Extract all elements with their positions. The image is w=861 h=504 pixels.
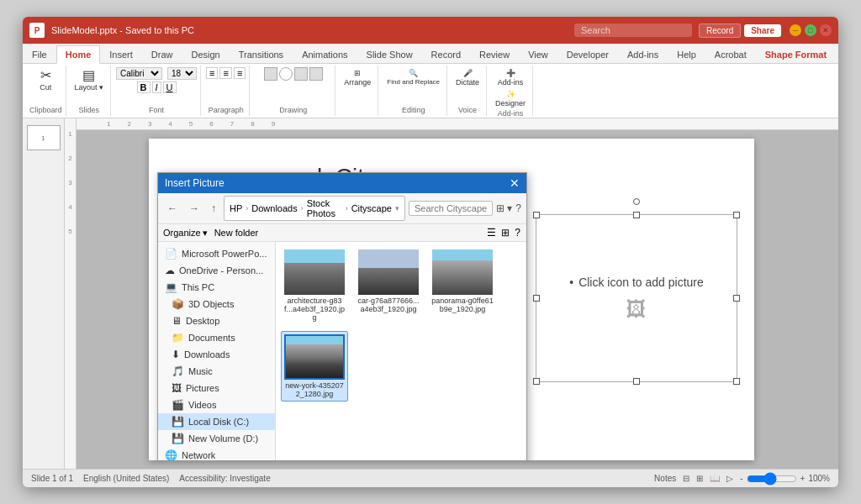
file-item-car[interactable]: car-g76a877666...a4eb3f_1920.jpg	[355, 247, 422, 324]
title-search-input[interactable]	[574, 24, 692, 37]
align-left-button[interactable]: ≡	[206, 67, 218, 79]
tab-acrobat[interactable]: Acrobat	[705, 45, 756, 63]
nav-item-network[interactable]: 🌐 Network	[158, 447, 275, 460]
dialog-view-button[interactable]: ⊞ ▾	[496, 202, 512, 214]
tab-review[interactable]: Review	[470, 45, 519, 63]
italic-button[interactable]: I	[152, 81, 161, 93]
tab-shapeformat[interactable]: Shape Format	[756, 45, 836, 63]
ribbon-group-paragraph: ≡ ≡ ≡ Paragraph	[203, 66, 250, 116]
minimize-button[interactable]: ─	[790, 24, 801, 36]
nav-item-pictures[interactable]: 🖼 Pictures	[158, 380, 275, 396]
view-reading-button[interactable]: 📖	[710, 474, 720, 483]
align-center-button[interactable]: ≡	[219, 67, 231, 79]
shape-arrow[interactable]	[309, 67, 323, 81]
zoom-slider[interactable]	[747, 472, 797, 486]
slide-thumb-1[interactable]: 1	[27, 125, 61, 150]
ribbon-group-drawing: Drawing	[251, 66, 335, 116]
nav-item-3dobjects[interactable]: 📦 3D Objects	[158, 296, 275, 312]
tab-help[interactable]: Help	[668, 45, 705, 63]
align-right-button[interactable]: ≡	[234, 67, 246, 79]
new-folder-button[interactable]: New folder	[214, 228, 259, 238]
path-cityscape[interactable]: Cityscape	[351, 203, 392, 213]
tab-design[interactable]: Design	[182, 45, 229, 63]
nav-item-localc[interactable]: 💾 Local Disk (C:)	[158, 413, 275, 430]
window-title: SlideModel.pptx - Saved to this PC	[51, 25, 574, 35]
path-hp[interactable]: HP	[230, 203, 242, 213]
btn-cut[interactable]: ✂ Cut	[36, 67, 55, 93]
shape-rect[interactable]	[264, 67, 277, 81]
car-thumbnail	[358, 249, 419, 295]
ribbon-group-clipboard: ✂ Cut Clipboard	[26, 66, 66, 116]
dialog-help-button[interactable]: ?	[515, 202, 521, 214]
notes-button[interactable]: Notes	[654, 474, 676, 483]
zoom-level[interactable]: 100%	[808, 474, 830, 483]
nav-item-powerpivot[interactable]: 📄 Microsoft PowerPo...	[158, 245, 275, 262]
nav-item-music[interactable]: 🎵 Music	[158, 363, 275, 380]
btn-layout[interactable]: ▤ Layout ▾	[71, 67, 108, 93]
organize-button[interactable]: Organize ▾	[163, 228, 208, 239]
tab-slideshow[interactable]: Slide Show	[357, 45, 422, 63]
tab-view[interactable]: View	[519, 45, 557, 63]
zoom-in-button[interactable]: +	[800, 474, 806, 483]
dialog-path: HP › Downloads › Stock Photos › Cityscap…	[224, 196, 405, 221]
btn-find-replace[interactable]: 🔍 Find and Replace	[383, 67, 443, 87]
file-item-newyork[interactable]: new-york-4352072_1280.jpg	[281, 331, 348, 402]
view-grid-button[interactable]: ⊞	[500, 226, 510, 239]
nav-item-documents-label: Documents	[188, 333, 235, 343]
zoom-out-button[interactable]: -	[740, 474, 742, 483]
btn-designer[interactable]: ✨ Designer	[492, 88, 529, 109]
close-button[interactable]: ✕	[820, 24, 832, 36]
panorama-thumbnail	[432, 249, 493, 295]
path-stock[interactable]: Stock Photos	[307, 198, 342, 218]
path-downloads[interactable]: Downloads	[251, 203, 297, 213]
btn-arrange[interactable]: ⊞ Arrange	[341, 67, 374, 88]
documents-icon: 📁	[172, 332, 184, 344]
underline-button[interactable]: U	[163, 81, 177, 93]
tab-insert[interactable]: Insert	[100, 45, 142, 63]
tab-draw[interactable]: Draw	[142, 45, 182, 63]
nav-item-powerpivot-label: Microsoft PowerPo...	[182, 249, 267, 259]
btn-addins[interactable]: ➕ Add-ins	[494, 67, 527, 88]
view-list-button[interactable]: ☰	[486, 226, 497, 239]
bold-button[interactable]: B	[137, 81, 151, 93]
maximize-button[interactable]: □	[805, 24, 816, 36]
dialog-up-button[interactable]: ↑	[207, 201, 220, 216]
shape-ellipse[interactable]	[279, 67, 293, 81]
slide-panel: 1	[23, 118, 65, 469]
dialog-search-input[interactable]	[409, 201, 493, 216]
nav-item-desktop[interactable]: 🖥 Desktop	[158, 312, 275, 329]
window-controls: ─ □ ✕	[790, 24, 832, 36]
record-button[interactable]: Record	[699, 24, 741, 38]
file-item-panorama[interactable]: panorama-g0ffe61b9e_1920.jpg	[429, 247, 496, 324]
dialog-organize-bar: Organize ▾ New folder ☰ ⊞ ?	[158, 224, 526, 242]
tab-record[interactable]: Record	[422, 45, 470, 63]
nav-item-downloads[interactable]: ⬇ Downloads	[158, 346, 275, 363]
tab-animations[interactable]: Animations	[293, 45, 357, 63]
dialog-close-button[interactable]: ✕	[510, 177, 520, 189]
nav-item-documents[interactable]: 📁 Documents	[158, 329, 275, 346]
tab-developer[interactable]: Developer	[557, 45, 618, 63]
tab-file[interactable]: File	[23, 45, 56, 63]
tab-addins[interactable]: Add-ins	[618, 45, 668, 63]
nav-item-thispc[interactable]: 💻 This PC	[158, 279, 275, 296]
nav-item-onedrive[interactable]: ☁ OneDrive - Person...	[158, 262, 275, 279]
dialog-back-button[interactable]: ←	[163, 201, 182, 216]
btn-dictate[interactable]: 🎤 Dictate	[452, 67, 483, 88]
powerpivot-icon: 📄	[165, 248, 177, 260]
share-button[interactable]: Share	[744, 24, 781, 37]
dialog-forward-button[interactable]: →	[185, 201, 203, 216]
view-normal-button[interactable]: ⊟	[683, 474, 689, 483]
view-slide-sorter-button[interactable]: ⊞	[696, 474, 703, 483]
nav-item-videos[interactable]: 🎬 Videos	[158, 396, 275, 413]
tab-home[interactable]: Home	[56, 45, 101, 64]
tab-transitions[interactable]: Transitions	[230, 45, 293, 63]
shape-triangle[interactable]	[294, 67, 308, 81]
font-family-select[interactable]: Calibri	[116, 67, 162, 80]
file-item-arch[interactable]: architecture-g83f...a4eb3f_1920.jpg	[281, 247, 348, 324]
view-details-button[interactable]: ?	[514, 226, 521, 239]
view-slideshow-button[interactable]: ▷	[726, 474, 733, 483]
nav-item-localc-label: Local Disk (C:)	[188, 417, 249, 427]
font-size-select[interactable]: 18	[167, 67, 197, 80]
file-thumb-panorama	[432, 249, 493, 295]
nav-item-volumed[interactable]: 💾 New Volume (D:)	[158, 430, 275, 447]
